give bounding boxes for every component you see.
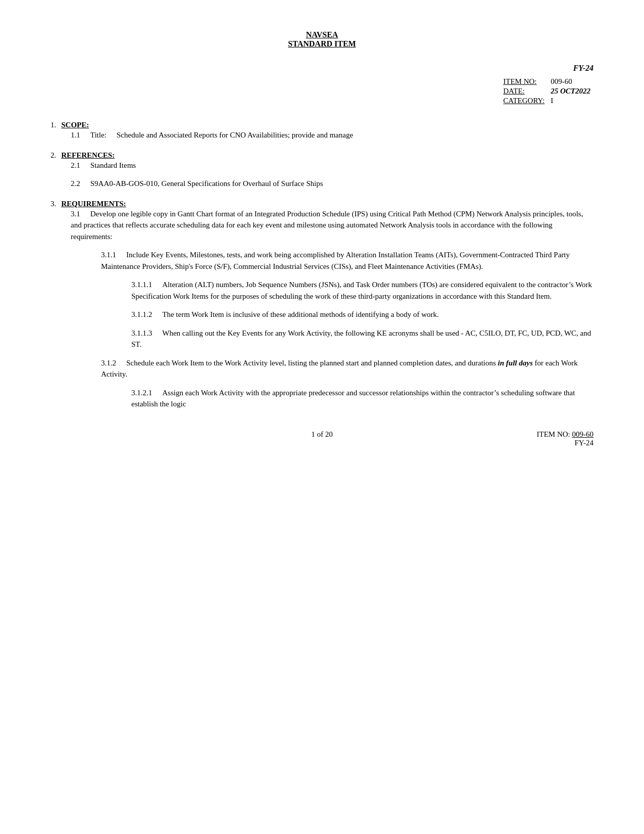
footer-item-no-label: ITEM NO: [537, 430, 570, 438]
section-2-2-number: 2.2 [71, 179, 80, 188]
page-footer: 1 of 20 ITEM NO: 009-60 FY-24 [51, 430, 593, 447]
category-label: CATEGORY: [500, 96, 548, 106]
section-2-heading: 2.REFERENCES: [51, 151, 593, 160]
item-no-label: ITEM NO: [500, 77, 548, 86]
section-1-1-label: Title: [90, 131, 107, 139]
section-3-1-2: 3.1.2Schedule each Work Item to the Work… [101, 357, 593, 380]
section-3-1-2-text-before: Schedule each Work Item to the Work Acti… [126, 359, 498, 367]
date-label: DATE: [500, 86, 548, 96]
page-header: NAVSEA STANDARD ITEM [51, 30, 593, 49]
section-1-1-text: Schedule and Associated Reports for CNO … [117, 131, 353, 139]
info-table: ITEM NO: 009-60 DATE: 25 OCT2022 CATEGOR… [500, 77, 593, 106]
footer-item-info: ITEM NO: 009-60 FY-24 [333, 430, 593, 447]
section-3-1-1-number: 3.1.1 [101, 251, 116, 259]
section-3-1-1-2-text: The term Work Item is inclusive of these… [162, 310, 439, 318]
section-1-1: 1.1Title:Schedule and Associated Reports… [71, 129, 593, 141]
section-1-1-number: 1.1 [71, 131, 80, 139]
section-3-1-1-2: 3.1.1.2The term Work Item is inclusive o… [131, 309, 593, 320]
footer-fy: FY-24 [333, 439, 593, 447]
section-2-title: REFERENCES: [61, 151, 115, 159]
section-3-1-1-text: Include Key Events, Milestones, tests, a… [101, 251, 570, 270]
section-2-2: 2.2S9AA0-AB-GOS-010, General Specificati… [71, 178, 593, 190]
section-2-2-text: S9AA0-AB-GOS-010, General Specifications… [90, 179, 323, 188]
category-value: I [548, 96, 593, 106]
section-3-1-1-1: 3.1.1.1Alteration (ALT) numbers, Job Seq… [131, 279, 593, 302]
section-3-1-text: Develop one legible copy in Gantt Chart … [71, 210, 583, 241]
section-3-1-2-1: 3.1.2.1Assign each Work Activity with th… [131, 387, 593, 410]
section-2-1: 2.1Standard Items [71, 160, 593, 171]
fy-label: FY-24 [51, 64, 593, 73]
section-3-1-2-1-text: Assign each Work Activity with the appro… [131, 389, 575, 408]
section-2-number: 2. [51, 151, 56, 159]
section-3-1-1-1-text: Alteration (ALT) numbers, Job Sequence N… [131, 281, 592, 300]
section-3-title: REQUIREMENTS: [61, 200, 126, 208]
section-3-1-2-1-number: 3.1.2.1 [131, 389, 152, 397]
section-3-1-1-3: 3.1.1.3When calling out the Key Events f… [131, 328, 593, 350]
section-3-heading: 3.REQUIREMENTS: [51, 200, 593, 208]
section-1-title: SCOPE: [61, 121, 89, 129]
footer-item-no-value: 009-60 [572, 430, 594, 438]
section-1-number: 1. [51, 121, 56, 129]
section-1-heading: 1.SCOPE: [51, 121, 593, 129]
header-line2: STANDARD ITEM [51, 39, 593, 49]
section-3-1-1-1-number: 3.1.1.1 [131, 281, 152, 289]
section-3-1-2-number: 3.1.2 [101, 359, 116, 367]
section-3-1: 3.1Develop one legible copy in Gantt Cha… [71, 208, 593, 243]
footer-page-info: 1 of 20 [311, 430, 333, 439]
section-3-1-number: 3.1 [71, 210, 80, 218]
section-1: 1.SCOPE: 1.1Title:Schedule and Associate… [51, 121, 593, 141]
section-3-1-1-3-text: When calling out the Key Events for any … [131, 329, 591, 349]
section-3-1-2-bold-italic: in full days [498, 359, 533, 367]
date-value: 25 OCT2022 [548, 86, 593, 96]
section-3-number: 3. [51, 200, 56, 208]
section-3-1-1-3-number: 3.1.1.3 [131, 329, 152, 337]
section-2-1-number: 2.1 [71, 161, 80, 169]
item-no-value: 009-60 [548, 77, 593, 86]
header-line1: NAVSEA [51, 30, 593, 39]
section-3-1-1-2-number: 3.1.1.2 [131, 310, 152, 318]
section-3: 3.REQUIREMENTS: 3.1Develop one legible c… [51, 200, 593, 410]
footer-page-number: 1 of 20 [311, 430, 333, 438]
section-3-1-1: 3.1.1Include Key Events, Milestones, tes… [101, 249, 593, 272]
section-2-1-text: Standard Items [90, 161, 136, 169]
section-2: 2.REFERENCES: 2.1Standard Items 2.2S9AA0… [51, 151, 593, 190]
footer-item-no: ITEM NO: 009-60 [333, 430, 593, 439]
